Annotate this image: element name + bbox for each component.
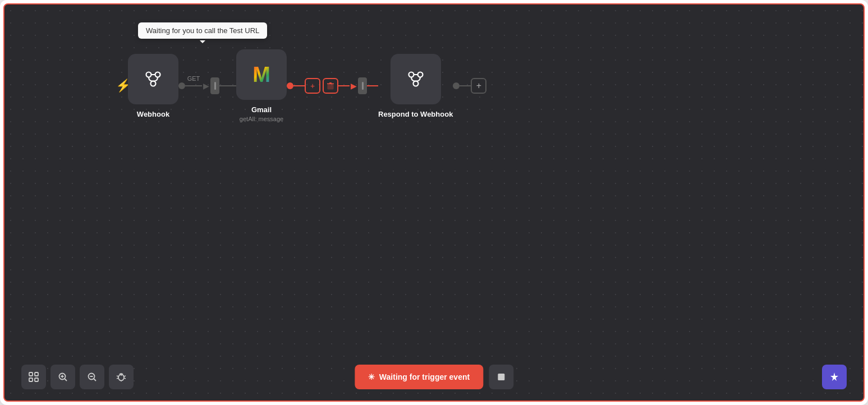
- svg-rect-5: [329, 82, 332, 84]
- arrow-1: ▶: [203, 81, 209, 90]
- tooltip: Waiting for you to call the Test URL: [138, 22, 267, 39]
- webhook-icon: [141, 67, 166, 91]
- svg-line-24: [124, 378, 126, 379]
- flow-row: ⚡ Webhook: [128, 49, 486, 122]
- svg-line-22: [117, 378, 118, 379]
- bottom-toolbar: ✳ Waiting for trigger event: [355, 365, 513, 389]
- line-1: [185, 85, 202, 86]
- router-2: [358, 77, 367, 94]
- stop-button[interactable]: [489, 365, 513, 389]
- line-2: [219, 85, 236, 86]
- fit-view-button[interactable]: [21, 365, 46, 389]
- svg-line-19: [94, 379, 96, 381]
- fit-icon: [28, 371, 39, 383]
- svg-rect-9: [29, 372, 33, 376]
- toolbar-left: [21, 365, 134, 389]
- canvas-container: Waiting for you to call the Test URL ⚡: [3, 3, 865, 402]
- red-line-1: [293, 85, 305, 86]
- arrow-red: ▶: [351, 81, 357, 90]
- magic-icon: [829, 371, 840, 383]
- gmail-node: M Gmail getAll: message: [236, 49, 287, 122]
- gmail-label: Gmail: [251, 105, 272, 114]
- svg-point-8: [413, 81, 418, 86]
- svg-rect-12: [35, 378, 38, 381]
- svg-rect-27: [498, 374, 504, 380]
- dot-end: [453, 82, 460, 89]
- trash-icon: [327, 82, 334, 90]
- svg-point-2: [151, 81, 156, 86]
- zoom-in-button[interactable]: [50, 365, 75, 389]
- debug-button[interactable]: [109, 365, 134, 389]
- waiting-trigger-label: Waiting for trigger event: [379, 372, 470, 381]
- delete-node-button[interactable]: [323, 78, 338, 94]
- end-connector: +: [453, 78, 486, 94]
- respond-webhook-node-box[interactable]: [391, 54, 441, 104]
- svg-rect-10: [35, 372, 38, 376]
- line-end: [460, 85, 471, 86]
- action-buttons: +: [305, 78, 338, 94]
- router-1: [210, 77, 219, 94]
- red-line-3: [367, 85, 378, 86]
- respond-webhook-label: Respond to Webhook: [378, 110, 453, 118]
- svg-point-0: [146, 72, 151, 77]
- flow-area: ⚡ Webhook: [128, 49, 486, 122]
- dot-1: [178, 82, 185, 89]
- webhook-label: Webhook: [137, 110, 169, 118]
- webhook-node-box[interactable]: [128, 54, 178, 104]
- outer-frame: Waiting for you to call the Test URL ⚡: [0, 0, 868, 405]
- add-end-button[interactable]: +: [471, 78, 486, 94]
- svg-point-1: [155, 72, 160, 77]
- webhook-node: ⚡ Webhook: [128, 54, 178, 118]
- svg-point-6: [408, 72, 414, 77]
- tooltip-text: Waiting for you to call the Test URL: [146, 26, 259, 35]
- add-node-button[interactable]: +: [305, 78, 320, 94]
- spinner-icon: ✳: [368, 372, 375, 381]
- respond-webhook-icon: [403, 67, 428, 91]
- svg-rect-11: [29, 378, 33, 381]
- gmail-icon: M: [252, 63, 270, 87]
- get-label: GET: [187, 75, 200, 82]
- bug-icon: [116, 372, 126, 382]
- svg-line-23: [124, 376, 126, 376]
- svg-line-16: [65, 379, 67, 381]
- svg-marker-28: [830, 372, 838, 381]
- gmail-sublabel: getAll: message: [240, 116, 283, 122]
- stop-icon: [497, 373, 505, 381]
- gmail-node-box[interactable]: M: [236, 49, 287, 100]
- dot-red-1: [287, 82, 293, 89]
- connector-webhook-gmail: GET ▶: [178, 77, 236, 94]
- svg-line-21: [117, 376, 118, 376]
- zoom-out-button[interactable]: [80, 365, 104, 389]
- svg-point-7: [417, 72, 422, 77]
- svg-rect-3: [328, 84, 333, 89]
- waiting-trigger-button[interactable]: ✳ Waiting for trigger event: [355, 365, 483, 389]
- red-line-2: [338, 85, 350, 86]
- zoom-out-icon: [87, 372, 97, 382]
- zoom-in-icon: [58, 372, 68, 382]
- connector-gmail-respond: + ▶: [287, 77, 378, 94]
- respond-webhook-node: Respond to Webhook: [378, 54, 453, 118]
- magic-button[interactable]: [822, 365, 847, 389]
